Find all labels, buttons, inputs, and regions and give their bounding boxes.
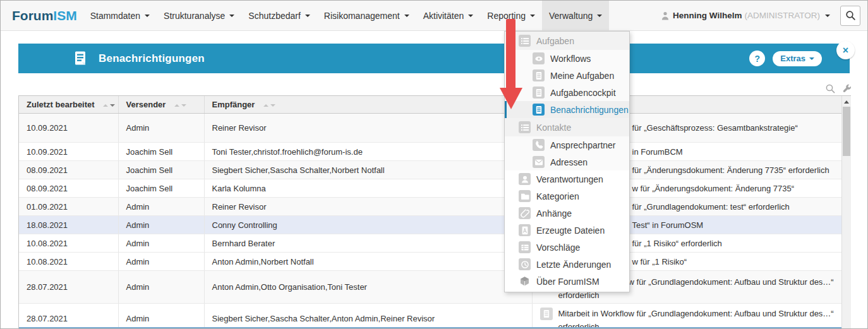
nav-item-aktivitaeten[interactable]: Aktivitäten: [416, 1, 481, 30]
table-header-row: Zuletzt bearbeitet Versender Empfänger: [19, 96, 841, 114]
list-icon: [519, 121, 531, 133]
vertical-scrollbar[interactable]: [841, 96, 851, 328]
chevron-down-icon: [305, 15, 310, 17]
scrollbar-thumb[interactable]: [843, 107, 850, 156]
notifications-document-icon: [74, 51, 87, 66]
table-row[interactable]: 10.08.2021 Admin Bernhard Berater für „1…: [19, 234, 841, 253]
menu-item-label: Meine Aufgaben: [550, 71, 614, 81]
user-menu[interactable]: Henning Wilhelm (ADMINISTRATOR): [661, 11, 830, 20]
table-settings-wrench-icon[interactable]: [841, 83, 852, 94]
menu-item-label: Anhänge: [536, 208, 572, 218]
scroll-up-arrow-icon[interactable]: [844, 100, 849, 104]
table-search-icon[interactable]: [825, 83, 836, 94]
menu-item-ueber-forumism[interactable]: Über ForumISM: [505, 273, 629, 290]
column-label: Zuletzt bearbeitet: [27, 100, 95, 109]
menu-group-label: Kontakte: [536, 123, 571, 133]
menu-item-anhaenge[interactable]: Anhänge: [505, 205, 629, 222]
menu-item-vorschlaege[interactable]: Vorschläge: [505, 239, 629, 256]
cell-sender: Admin: [126, 282, 150, 292]
pdf-icon: [519, 224, 531, 236]
menu-item-verantwortungen[interactable]: Verantwortungen: [505, 170, 629, 188]
table-row[interactable]: 01.09.2021 Admin Reiner Revisor für „Gru…: [19, 198, 841, 216]
table-row[interactable]: 10.08.2021 Admin Anton Admin,Norbert Not…: [19, 253, 841, 271]
table-toolbar: [825, 83, 852, 94]
paperclip-icon: [519, 207, 531, 219]
search-button[interactable]: [840, 6, 860, 26]
chevron-down-icon: [229, 15, 234, 17]
cell-date: 10.08.2021: [27, 257, 68, 266]
person-icon: [519, 173, 531, 185]
cube-icon: [519, 275, 531, 287]
chevron-down-icon: [530, 15, 535, 17]
cell-sender: Admin: [126, 239, 150, 248]
chevron-down-icon: [468, 15, 473, 17]
extras-button[interactable]: Extras: [773, 51, 822, 66]
table: Zuletzt bearbeitet Versender Empfänger: [19, 96, 841, 329]
nav-item-verwaltung[interactable]: Verwaltung: [542, 1, 609, 30]
cell-recipients: Toni Tester,christof.froehlich@forum-is.…: [212, 147, 363, 157]
notifications-table: Zuletzt bearbeitet Versender Empfänger: [18, 95, 851, 328]
menu-item-ansprechpartner[interactable]: Ansprechpartner: [505, 136, 629, 153]
phone-icon: [533, 139, 545, 151]
document-icon: [533, 87, 545, 99]
document-icon: [540, 308, 553, 320]
close-icon: ×: [843, 45, 848, 56]
table-row[interactable]: 10.09.2021 Admin Reiner Revisor für „Ges…: [19, 114, 841, 143]
table-row[interactable]: 08.09.2021 Joachim Sell Siegbert Sicher,…: [19, 161, 841, 179]
menu-group-kontakte: Kontakte: [505, 118, 629, 136]
menu-item-label: Erzeugte Dateien: [536, 225, 605, 236]
list-icon: [519, 35, 531, 47]
folder-icon: [519, 190, 531, 202]
column-header-empfaenger[interactable]: Empfänger: [204, 96, 532, 114]
chevron-down-icon: [809, 57, 814, 60]
menu-item-meine-aufgaben[interactable]: Meine Aufgaben: [505, 67, 629, 84]
nav-item-strukturanalyse[interactable]: Strukturanalyse: [157, 1, 241, 30]
brand-primary: Forum: [12, 8, 53, 23]
sort-icons: [103, 104, 115, 107]
brand-logo[interactable]: ForumISM: [12, 1, 77, 30]
brand-secondary: ISM: [53, 8, 76, 23]
cell-recipients: Reiner Revisor: [212, 202, 267, 212]
menu-item-label: Benachrichtigungen: [550, 105, 629, 115]
menu-item-erzeugte-dateien[interactable]: Erzeugte Dateien: [505, 222, 629, 239]
cell-date: 28.07.2021: [27, 282, 68, 292]
menu-item-kategorien[interactable]: Kategorien: [505, 188, 629, 205]
page-title: Benachrichtigungen: [99, 52, 205, 65]
table-row[interactable]: 28.07.2021 Admin Anton Admin,Otto Organi…: [19, 271, 841, 304]
column-header-zuletzt-bearbeitet[interactable]: Zuletzt bearbeitet: [19, 96, 118, 114]
nav-item-label: Verwaltung: [549, 11, 593, 21]
extras-label: Extras: [780, 54, 805, 63]
menu-item-label: Verantwortungen: [536, 174, 603, 184]
panel-header: Benachrichtigungen ? Extras ×: [18, 44, 850, 73]
close-button[interactable]: ×: [836, 41, 855, 59]
sort-icons: [263, 104, 275, 107]
menu-item-workflows[interactable]: Workflows: [505, 50, 629, 67]
table-row[interactable]: 28.07.2021 Admin Siegbert Sicher,Sascha …: [19, 304, 841, 329]
menu-item-label: Aufgabencockpit: [550, 88, 616, 98]
menu-item-aufgabencockpit[interactable]: Aufgabencockpit: [505, 84, 629, 101]
eye-icon: [533, 52, 545, 64]
cell-sender: Admin: [126, 314, 150, 323]
menu-item-adressen[interactable]: Adressen: [505, 153, 629, 170]
nav-item-label: Risikomanagement: [324, 11, 400, 21]
help-button[interactable]: ?: [749, 51, 765, 66]
cell-recipients: Karla Kolumna: [212, 184, 266, 193]
cell-recipients: Siegbert Sicher,Sascha Schalter,Norbert …: [212, 165, 385, 175]
nav-item-risikomanagement[interactable]: Risikomanagement: [317, 1, 416, 30]
nav-item-stammdaten[interactable]: Stammdaten: [83, 1, 157, 30]
column-header-versender[interactable]: Versender: [118, 96, 204, 114]
nav-item-schutzbedarf[interactable]: Schutzbedarf: [241, 1, 317, 30]
menu-item-benachrichtigungen[interactable]: Benachrichtigungen: [505, 101, 629, 118]
cell-sender: Joachim Sell: [126, 165, 173, 175]
menu-item-letzte-aenderungen[interactable]: Letzte Änderungen: [505, 256, 629, 273]
grid-icon: [519, 241, 531, 253]
navbar-right: Henning Wilhelm (ADMINISTRATOR): [661, 1, 867, 30]
user-role: (ADMINISTRATOR): [745, 11, 821, 20]
cell-sender: Admin: [126, 123, 150, 133]
table-row-selected[interactable]: 18.08.2021 Admin Conny Controlling Test“…: [19, 216, 841, 234]
table-row[interactable]: 10.09.2021 Joachim Sell Toni Tester,chri…: [19, 143, 841, 161]
menu-item-label: Vorschläge: [536, 242, 580, 253]
verwaltung-dropdown-menu: Aufgaben Workflows Meine Aufgaben Aufgab…: [504, 31, 630, 292]
cell-date: 08.09.2021: [27, 184, 68, 193]
table-row[interactable]: 08.09.2021 Joachim Sell Karla Kolumna w …: [19, 179, 841, 198]
